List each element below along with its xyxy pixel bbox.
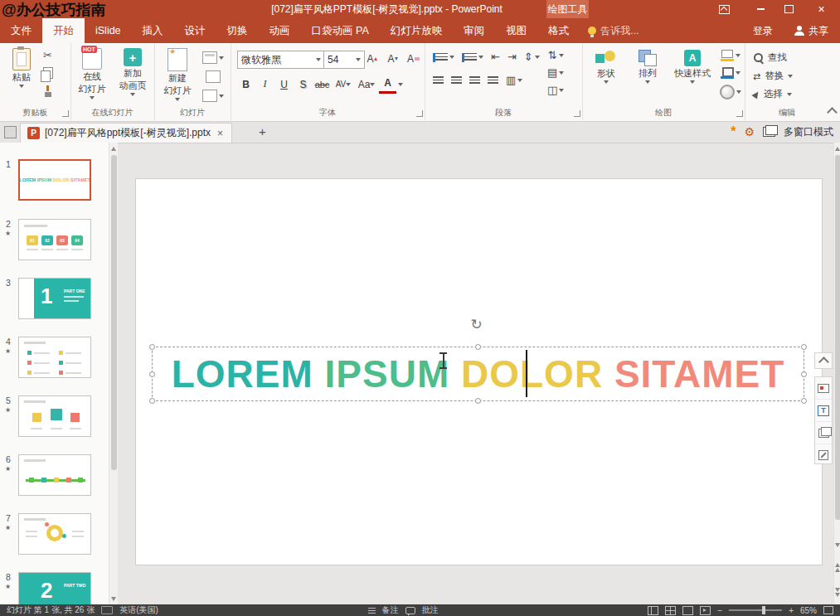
change-case-button[interactable]: Aa xyxy=(356,76,377,93)
tab-review[interactable]: 审阅 xyxy=(453,18,495,43)
tab-list-icon[interactable] xyxy=(4,126,17,138)
italic-button[interactable]: I xyxy=(256,76,274,93)
slide-thumbnail-4[interactable]: 4 ★ xyxy=(0,335,109,394)
close-tab-icon[interactable]: × xyxy=(216,128,225,139)
quick-tool-layers-button[interactable] xyxy=(815,422,832,444)
tab-insert[interactable]: 插入 xyxy=(132,18,174,43)
tab-transitions[interactable]: 切换 xyxy=(216,18,259,43)
bold-button[interactable]: B xyxy=(237,76,255,93)
align-right-icon[interactable] xyxy=(469,76,480,85)
quick-tool-select-button[interactable] xyxy=(815,444,832,466)
thumbnail-image[interactable]: 2 PART TWO xyxy=(18,572,91,604)
plugin-spark-icon[interactable]: * xyxy=(731,125,736,138)
shape-outline-button[interactable] xyxy=(720,67,741,79)
line-spacing-button[interactable]: ⇕ xyxy=(524,51,540,63)
chevron-down-icon[interactable] xyxy=(398,83,403,86)
tab-design[interactable]: 设计 xyxy=(174,18,216,43)
tab-pocket-animation[interactable]: 口袋动画 PA xyxy=(301,18,380,43)
quick-panel-collapse-button[interactable] xyxy=(815,353,832,368)
vertical-scrollbar[interactable] xyxy=(833,143,840,604)
columns-button[interactable]: ▥ xyxy=(506,75,522,86)
selection-handle[interactable] xyxy=(801,344,807,350)
grow-font-button[interactable]: A xyxy=(363,51,381,67)
next-slide-button[interactable] xyxy=(834,580,840,604)
minimize-button[interactable] xyxy=(746,0,774,18)
smartart-convert-button[interactable]: ◫ xyxy=(547,85,564,96)
justify-icon[interactable] xyxy=(488,76,498,85)
text-shadow-button[interactable]: S xyxy=(294,76,312,93)
slide-thumbnail-8[interactable]: 8 ★ 2 PART TWO xyxy=(0,570,109,604)
new-animation-page-button[interactable]: + 新加 动画页 xyxy=(114,48,152,96)
document-tab[interactable]: P [072]扁平风格ppt模板[-树灵视觉].pptx × xyxy=(20,123,232,143)
quick-tool-textbox-button[interactable]: T xyxy=(815,400,832,422)
selection-handle[interactable] xyxy=(801,398,807,404)
thumbnail-image[interactable] xyxy=(18,454,91,496)
quick-styles-button[interactable]: A 快速样式 xyxy=(670,50,715,84)
selection-handle[interactable] xyxy=(475,398,481,404)
zoom-slider[interactable] xyxy=(729,609,782,611)
font-color-button[interactable]: A xyxy=(379,75,396,94)
slide-sorter-view-button[interactable] xyxy=(665,606,676,615)
slideshow-view-button[interactable] xyxy=(700,606,711,615)
slide-thumbnail-2[interactable]: 2 ★ 01020304 xyxy=(0,217,109,276)
new-tab-button[interactable]: + xyxy=(259,124,266,138)
thumbnail-image[interactable] xyxy=(18,395,91,437)
slide-thumbnail-1[interactable]: 1 LOREM IPSUM DOLOR SITAMET xyxy=(0,158,109,216)
clear-formatting-button[interactable]: A xyxy=(405,51,422,67)
align-center-icon[interactable] xyxy=(451,76,462,85)
thumbnail-image[interactable]: 1 PART ONE xyxy=(18,278,91,319)
online-slides-button[interactable]: HOT 在线 幻灯片 xyxy=(73,48,111,99)
arrange-button[interactable]: 排列 xyxy=(629,50,667,84)
selected-text-box[interactable]: LOREM IPSUM DOLOR SITAMET ↻ xyxy=(152,347,804,401)
select-button[interactable]: 选择 xyxy=(753,88,792,100)
dialog-launcher-icon[interactable] xyxy=(574,110,580,117)
normal-view-button[interactable] xyxy=(648,606,658,615)
character-spacing-button[interactable]: AV xyxy=(333,76,354,93)
shrink-font-button[interactable]: A xyxy=(384,51,401,67)
rotate-handle-icon[interactable]: ↻ xyxy=(471,318,483,332)
format-painter-icon[interactable] xyxy=(43,85,53,97)
increase-indent-icon[interactable]: ⇥ xyxy=(507,51,517,63)
reset-button[interactable] xyxy=(202,70,224,83)
fit-to-window-icon[interactable] xyxy=(823,606,833,614)
comments-button[interactable]: 批注 xyxy=(422,604,439,616)
multi-window-label[interactable]: 多窗口模式 xyxy=(784,125,833,139)
numbering-button[interactable] xyxy=(462,53,483,62)
align-left-icon[interactable] xyxy=(433,76,444,85)
tab-home[interactable]: 开始 xyxy=(42,18,85,43)
zoom-slider-thumb[interactable] xyxy=(762,606,765,614)
paste-button[interactable]: 粘贴 xyxy=(5,48,38,88)
layout-button[interactable] xyxy=(202,51,224,64)
copy-icon[interactable] xyxy=(43,67,53,79)
thumbnail-image[interactable]: LOREM IPSUM DOLOR SITAMET xyxy=(18,159,91,201)
reading-view-button[interactable] xyxy=(682,606,693,615)
decrease-indent-icon[interactable]: ⇤ xyxy=(491,51,500,63)
thumbnail-image[interactable] xyxy=(18,337,91,378)
share-button[interactable]: 共享 xyxy=(783,18,840,43)
notes-button[interactable]: 备注 xyxy=(382,604,399,616)
sign-in-link[interactable]: 登录 xyxy=(743,18,783,43)
selection-handle[interactable] xyxy=(801,371,807,377)
dialog-launcher-icon[interactable] xyxy=(62,110,69,117)
tab-view[interactable]: 视图 xyxy=(495,18,537,43)
selection-handle[interactable] xyxy=(475,344,481,350)
maximize-button[interactable] xyxy=(774,0,803,18)
scroll-up-icon[interactable] xyxy=(834,143,840,154)
strikethrough-button[interactable]: abc xyxy=(313,76,331,93)
thumbnail-image[interactable] xyxy=(18,513,91,555)
font-size-combo[interactable]: 54 xyxy=(323,51,365,69)
scrollbar-thumb[interactable] xyxy=(111,155,117,470)
quick-tool-slideshow-button[interactable] xyxy=(815,377,832,400)
tab-file[interactable]: 文件 xyxy=(0,18,42,43)
new-slide-button[interactable]: ★ 新建 幻灯片 xyxy=(159,48,196,101)
slide-thumbnail-3[interactable]: 3 1 PART ONE xyxy=(0,276,109,335)
find-button[interactable]: 查找 xyxy=(753,51,787,64)
dialog-launcher-icon[interactable] xyxy=(736,110,743,117)
dialog-launcher-icon[interactable] xyxy=(416,110,423,117)
selection-handle[interactable] xyxy=(149,344,155,350)
section-button[interactable] xyxy=(202,90,224,102)
tab-animations[interactable]: 动画 xyxy=(259,18,301,43)
settings-gear-icon[interactable]: ⚙ xyxy=(744,126,755,138)
zoom-level[interactable]: 65% xyxy=(800,606,817,615)
previous-slide-button[interactable] xyxy=(834,555,840,579)
